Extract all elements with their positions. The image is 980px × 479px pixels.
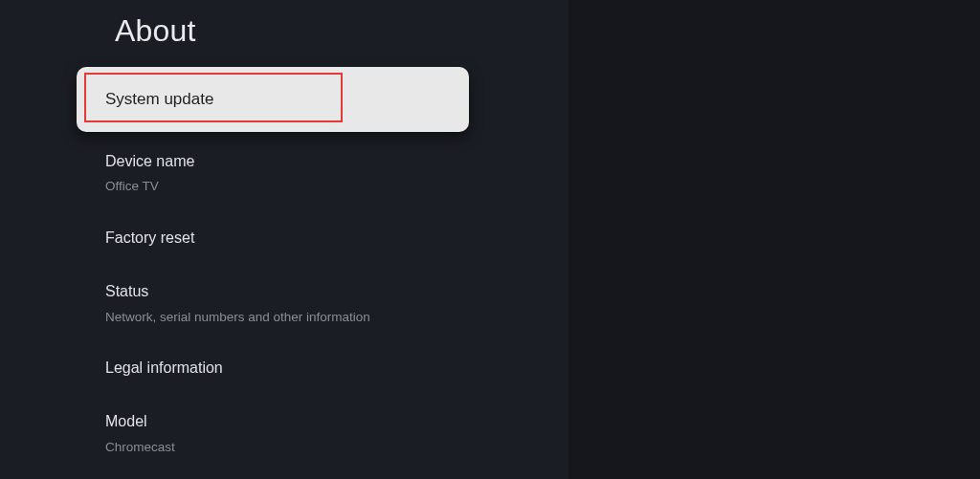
about-menu: System update Device name Office TV Fact… [77,67,469,474]
menu-item-title: Status [105,281,440,302]
menu-item-status[interactable]: Status Network, serial numbers and other… [77,268,469,338]
menu-item-title: Model [105,411,440,432]
menu-item-subtitle: Office TV [105,178,440,195]
menu-item-system-update[interactable]: System update [77,67,469,132]
menu-item-model[interactable]: Model Chromecast [77,398,469,468]
menu-item-legal-information[interactable]: Legal information [77,344,469,392]
menu-item-subtitle: Chromecast [105,439,440,456]
page-title: About [115,13,196,49]
menu-item-subtitle: Network, serial numbers and other inform… [105,309,440,326]
menu-item-title: Factory reset [105,228,440,249]
menu-item-device-name[interactable]: Device name Office TV [77,138,469,208]
menu-item-title: System update [105,88,440,111]
menu-item-factory-reset[interactable]: Factory reset [77,214,469,262]
menu-item-title: Legal information [105,358,440,379]
menu-item-title: Device name [105,151,440,172]
